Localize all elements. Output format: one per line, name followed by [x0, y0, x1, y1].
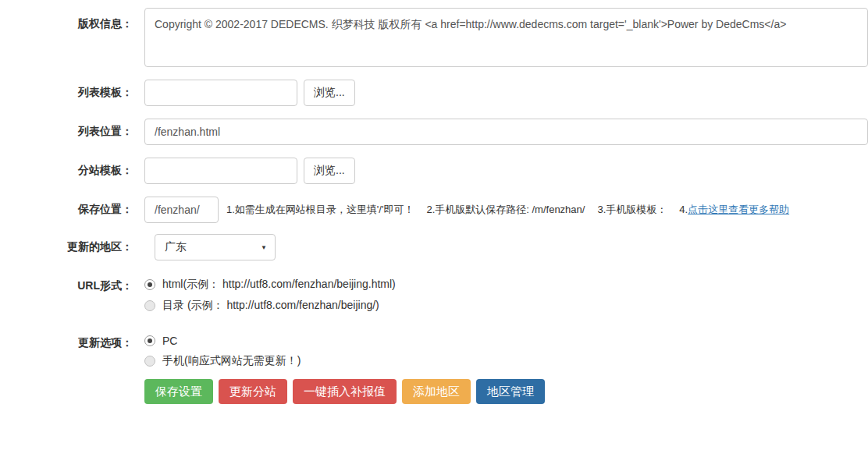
save-position-label: 保存位置：: [0, 203, 144, 217]
list-position-label: 列表位置：: [0, 125, 144, 139]
radio-icon[interactable]: [144, 335, 155, 346]
settings-form-page: 版权信息： Copyright © 2002-2017 DEDECMS. 织梦科…: [0, 0, 868, 450]
list-template-label: 列表模板：: [0, 86, 144, 100]
url-format-option-html[interactable]: html(示例： http://utf8.com/fenzhan/beijing…: [144, 278, 396, 292]
save-position-input[interactable]: [144, 197, 219, 223]
radio-icon[interactable]: [144, 279, 155, 290]
radio-label: html(示例： http://utf8.com/fenzhan/beijing…: [162, 278, 396, 292]
region-select-value: 广东: [165, 240, 187, 254]
save-settings-button[interactable]: 保存设置: [144, 379, 213, 404]
url-format-label: URL形式：: [0, 278, 144, 293]
sub-template-label: 分站模板：: [0, 164, 144, 178]
list-template-browse-button[interactable]: 浏览...: [304, 80, 355, 106]
region-select[interactable]: 广东 ▼: [155, 234, 276, 260]
update-substation-button[interactable]: 更新分站: [219, 379, 287, 404]
row-sub-template: 分站模板： 浏览...: [0, 158, 868, 184]
sub-template-input[interactable]: [144, 158, 297, 184]
hint-4-prefix: 4.: [679, 204, 688, 215]
radio-label: 目录 (示例： http://utf8.com/fenzhan/beijing/…: [162, 299, 379, 313]
one-click-insert-button[interactable]: 一键插入补报值: [293, 379, 397, 404]
copyright-label: 版权信息：: [0, 8, 144, 31]
hint-1: 1.如需生成在网站根目录，这里填'/'即可！: [226, 204, 414, 215]
hint-3: 3.手机版模板：: [597, 204, 667, 215]
row-update-region: 更新的地区： 广东 ▼: [0, 234, 868, 260]
row-list-position: 列表位置：: [0, 119, 868, 145]
add-region-button[interactable]: 添加地区: [402, 379, 471, 404]
row-action-buttons: 保存设置 更新分站 一键插入补报值 添加地区 地区管理: [0, 379, 868, 404]
row-url-format: URL形式： html(示例： http://utf8.com/fenzhan/…: [0, 278, 868, 313]
update-option-pc[interactable]: PC: [144, 335, 301, 347]
row-save-position: 保存位置： 1.如需生成在网站根目录，这里填'/'即可！2.手机版默认保存路径:…: [0, 197, 868, 223]
save-position-hint: 1.如需生成在网站根目录，这里填'/'即可！2.手机版默认保存路径: /m/fe…: [226, 203, 789, 217]
list-template-input[interactable]: [144, 80, 297, 106]
update-options-label: 更新选项：: [0, 335, 144, 350]
update-option-mobile[interactable]: 手机(响应式网站无需更新！): [144, 354, 301, 368]
row-update-options: 更新选项： PC 手机(响应式网站无需更新！): [0, 335, 868, 368]
region-management-button[interactable]: 地区管理: [476, 379, 545, 404]
radio-icon[interactable]: [144, 300, 155, 311]
update-region-label: 更新的地区：: [0, 240, 144, 254]
radio-icon[interactable]: [144, 356, 155, 367]
list-position-input[interactable]: [144, 119, 868, 145]
row-copyright: 版权信息： Copyright © 2002-2017 DEDECMS. 织梦科…: [0, 8, 868, 67]
copyright-textarea[interactable]: Copyright © 2002-2017 DEDECMS. 织梦科技 版权所有…: [144, 8, 868, 67]
radio-label: 手机(响应式网站无需更新！): [162, 354, 301, 368]
radio-label: PC: [162, 335, 177, 347]
more-help-link[interactable]: 点击这里查看更多帮助: [688, 204, 789, 215]
chevron-down-icon: ▼: [261, 244, 267, 251]
row-list-template: 列表模板： 浏览...: [0, 80, 868, 106]
sub-template-browse-button[interactable]: 浏览...: [304, 158, 355, 184]
hint-2: 2.手机版默认保存路径: /m/fenzhan/: [426, 204, 585, 215]
url-format-option-directory[interactable]: 目录 (示例： http://utf8.com/fenzhan/beijing/…: [144, 299, 396, 313]
